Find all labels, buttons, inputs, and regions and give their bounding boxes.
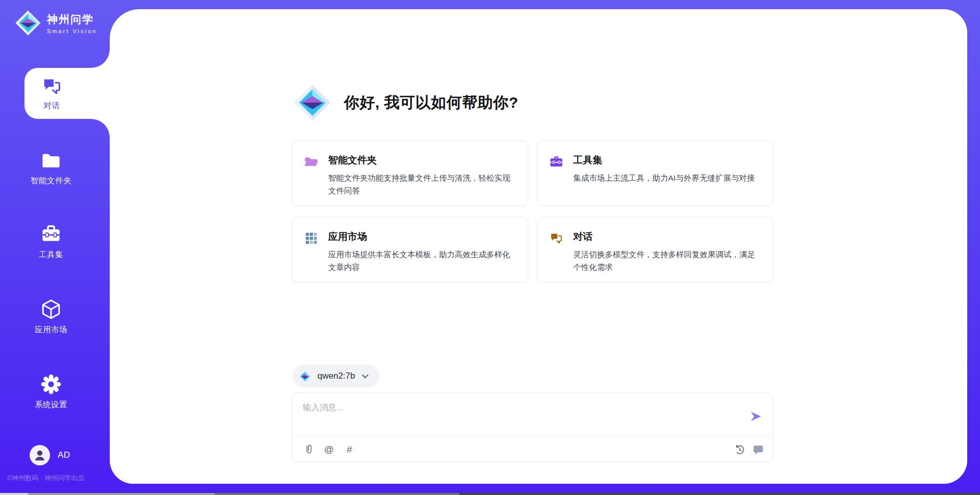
sidebar-item-label: 应用市场: [35, 325, 67, 335]
chat-bubbles-icon: [549, 231, 564, 245]
tab-curve-bottom: [91, 119, 110, 137]
blocks-icon: [304, 231, 319, 245]
app-logo: 神州问学 Smart Vision: [15, 10, 97, 36]
send-icon: [749, 410, 763, 423]
card-toolset[interactable]: 工具集 集成市场上主流工具，助力AI与外界无缝扩展与对接: [537, 140, 773, 206]
sidebar-item-app-market[interactable]: 应用市场: [0, 299, 102, 335]
feature-cards: 智能文件夹 智能文件夹功能支持批量文件上传与清洗，轻松实现文件问答 工具集: [292, 140, 773, 283]
history-clock-icon: [734, 444, 745, 455]
attach-button[interactable]: [303, 443, 314, 455]
model-diamond-icon: [299, 370, 311, 383]
model-name: qwen2:7b: [317, 371, 355, 381]
avatar: [30, 445, 50, 465]
speech-bubble-icon: [752, 443, 764, 455]
model-selector[interactable]: qwen2:7b: [292, 365, 379, 387]
greeting-text: 你好, 我可以如何帮助你?: [344, 92, 519, 113]
at-icon: @: [324, 444, 334, 454]
cube-icon: [40, 299, 62, 320]
taskbar-edge: [0, 493, 980, 495]
app-subtitle: Smart Vision: [47, 28, 97, 34]
chevron-down-icon: [361, 373, 369, 380]
briefcase-icon: [40, 224, 62, 245]
card-description: 集成市场上主流工具，助力AI与外界无缝扩展与对接: [573, 171, 755, 184]
card-title: 应用市场: [328, 230, 516, 243]
message-input[interactable]: [303, 401, 743, 412]
folder-open-icon: [304, 155, 319, 169]
app-title: 神州问学: [47, 12, 97, 27]
topic-button[interactable]: #: [344, 443, 355, 455]
hash-icon: #: [347, 444, 352, 454]
history-button[interactable]: [733, 443, 745, 455]
sidebar-item-chat[interactable]: 对话: [24, 68, 110, 119]
greeting-diamond-icon: [294, 84, 331, 121]
tab-curve-top: [91, 50, 110, 68]
gear-icon: [40, 374, 62, 395]
briefcase-icon: [549, 155, 564, 169]
card-title: 工具集: [573, 154, 755, 167]
mention-button[interactable]: @: [323, 443, 335, 455]
card-description: 灵活切换多模型文件，支持多样回复效果调试，满足个性化需求: [573, 248, 761, 274]
sidebar-item-label: 系统设置: [35, 400, 67, 410]
card-title: 智能文件夹: [328, 154, 516, 167]
message-composer: @ #: [292, 392, 773, 462]
card-chat[interactable]: 对话 灵活切换多模型文件，支持多样回复效果调试，满足个性化需求: [537, 217, 773, 283]
sidebar-item-label: 智能文件夹: [31, 176, 71, 186]
user-profile[interactable]: AD: [30, 445, 70, 465]
send-button[interactable]: [749, 410, 763, 423]
card-app-market[interactable]: 应用市场 应用市场提供丰富长文本模板，助力高效生成多样化文章内容: [292, 217, 528, 283]
person-icon: [33, 449, 46, 462]
sidebar-item-label: 对话: [44, 101, 60, 111]
sidebar-item-settings[interactable]: 系统设置: [0, 374, 102, 410]
user-initials: AD: [58, 450, 70, 460]
card-description: 智能文件夹功能支持批量文件上传与清洗，轻松实现文件问答: [328, 171, 516, 197]
card-title: 对话: [573, 230, 761, 243]
card-description: 应用市场提供丰富长文本模板，助力高效生成多样化文章内容: [328, 248, 516, 274]
sidebar-item-label: 工具集: [39, 250, 63, 260]
folder-icon: [40, 150, 62, 171]
copyright-text: ©神州数码 · 神州问学出品: [7, 474, 84, 483]
main-panel: 你好, 我可以如何帮助你? 智能文件夹 智能文件夹功能支持批量文件上传与清洗，轻…: [110, 9, 967, 484]
brand-diamond-icon: [15, 10, 41, 36]
conversation-button[interactable]: [752, 443, 764, 455]
sidebar-item-smart-folders[interactable]: 智能文件夹: [0, 150, 102, 186]
card-smart-folders[interactable]: 智能文件夹 智能文件夹功能支持批量文件上传与清洗，轻松实现文件问答: [292, 140, 528, 206]
greeting-block: 你好, 我可以如何帮助你?: [294, 84, 519, 121]
paperclip-icon: [303, 444, 314, 455]
chat-bubbles-icon: [41, 76, 63, 97]
sidebar-item-toolset[interactable]: 工具集: [0, 224, 102, 260]
